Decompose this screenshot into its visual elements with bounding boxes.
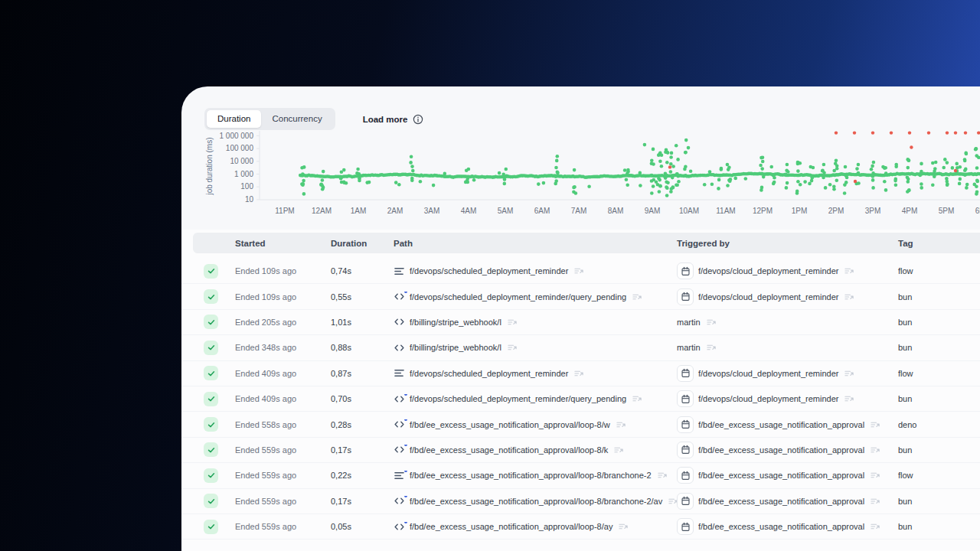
trigger-link[interactable]: f/bd/ee_excess_usage_notification_approv… — [698, 471, 864, 480]
filter-by-trigger-icon[interactable] — [844, 369, 854, 378]
trigger-link[interactable]: f/bd/ee_excess_usage_notification_approv… — [698, 497, 864, 506]
table-row[interactable]: Ended 348s ago0,88sf/billing/stripe_webh… — [181, 335, 980, 360]
filter-by-path-icon[interactable] — [574, 369, 584, 378]
filter-by-trigger-icon[interactable] — [871, 522, 880, 531]
info-circle-icon[interactable] — [413, 114, 423, 125]
triggered-by-cell[interactable]: f/bd/ee_excess_usage_notification_approv… — [677, 518, 898, 535]
trigger-link[interactable]: f/bd/ee_excess_usage_notification_approv… — [698, 445, 864, 455]
table-row[interactable]: Ended 559s ago0,17sf/bd/ee_excess_usage_… — [181, 438, 980, 463]
path-cell[interactable]: f/bd/ee_excess_usage_notification_approv… — [394, 471, 677, 481]
svg-text:2PM: 2PM — [828, 207, 844, 215]
tab-concurrency[interactable]: Concurrency — [261, 110, 332, 128]
filter-by-path-icon[interactable] — [632, 394, 642, 403]
path-link[interactable]: f/bd/ee_excess_usage_notification_approv… — [410, 471, 652, 480]
path-cell[interactable]: f/devops/scheduled_deployment_reminder/q… — [394, 394, 677, 404]
status-cell — [204, 366, 235, 380]
filter-by-path-icon[interactable] — [508, 318, 518, 327]
filter-by-trigger-icon[interactable] — [844, 292, 854, 302]
table-row[interactable]: Ended 558s ago0,28sf/bd/ee_excess_usage_… — [181, 412, 980, 437]
triggered-by-cell[interactable]: f/devops/cloud_deployment_reminder — [677, 365, 898, 382]
success-check-icon — [204, 417, 218, 432]
path-link[interactable]: f/bd/ee_excess_usage_notification_approv… — [410, 497, 662, 506]
triggered-by-cell[interactable]: martin — [677, 343, 898, 352]
svg-text:5AM: 5AM — [498, 207, 514, 215]
triggered-by-cell[interactable]: f/bd/ee_excess_usage_notification_approv… — [677, 416, 898, 433]
flow-icon — [394, 471, 405, 481]
tag-cell: flow — [898, 266, 980, 276]
table-row[interactable]: Ended 409s ago0,87sf/devops/scheduled_de… — [181, 361, 980, 386]
triggered-by-cell[interactable]: f/devops/cloud_deployment_reminder — [677, 390, 898, 407]
filter-by-trigger-icon[interactable] — [844, 394, 854, 403]
svg-text:7AM: 7AM — [571, 207, 587, 215]
started-cell: Ended 409s ago — [235, 394, 331, 403]
table-row[interactable]: Ended 409s ago0,70sf/devops/scheduled_de… — [181, 386, 980, 412]
filter-by-path-icon[interactable] — [668, 497, 677, 506]
svg-text:6AM: 6AM — [534, 207, 550, 215]
trigger-link[interactable]: f/bd/ee_excess_usage_notification_approv… — [698, 522, 864, 531]
triggered-by-cell[interactable]: f/devops/cloud_deployment_reminder — [677, 262, 898, 279]
filter-by-trigger-icon[interactable] — [707, 318, 717, 327]
table-row[interactable]: Ended 559s ago0,22sf/bd/ee_excess_usage_… — [181, 463, 980, 488]
filter-by-path-icon[interactable] — [574, 266, 584, 276]
triggered-by-cell[interactable]: f/bd/ee_excess_usage_notification_approv… — [677, 442, 898, 458]
path-cell[interactable]: f/bd/ee_excess_usage_notification_approv… — [394, 522, 677, 532]
filter-by-path-icon[interactable] — [614, 445, 624, 455]
table-header: StartedDurationPathTriggered byTag — [193, 233, 980, 253]
triggered-by-cell[interactable]: f/devops/cloud_deployment_reminder — [677, 289, 898, 305]
tag-cell: bun — [898, 497, 980, 506]
filter-by-trigger-icon[interactable] — [871, 420, 880, 429]
schedule-calendar-icon — [677, 262, 694, 279]
trigger-link[interactable]: f/devops/cloud_deployment_reminder — [698, 369, 838, 378]
filter-by-path-icon[interactable] — [632, 292, 642, 302]
tab-duration[interactable]: Duration — [207, 110, 261, 128]
trigger-link[interactable]: martin — [677, 318, 701, 327]
filter-by-trigger-icon[interactable] — [871, 497, 880, 506]
table-row[interactable]: Ended 109s ago0,74sf/devops/scheduled_de… — [181, 259, 980, 284]
trigger-link[interactable]: f/devops/cloud_deployment_reminder — [698, 394, 838, 403]
filter-by-trigger-icon[interactable] — [871, 445, 880, 455]
table-row[interactable]: Ended 109s ago0,55sf/devops/scheduled_de… — [181, 284, 980, 309]
filter-by-trigger-icon[interactable] — [844, 266, 854, 276]
triggered-by-cell[interactable]: f/bd/ee_excess_usage_notification_approv… — [677, 493, 898, 510]
filter-by-path-icon[interactable] — [508, 343, 518, 352]
status-cell — [204, 494, 235, 508]
trigger-link[interactable]: martin — [677, 343, 701, 352]
load-more-button[interactable]: Load more — [363, 114, 424, 125]
path-cell[interactable]: f/billing/stripe_webhook/l — [394, 317, 677, 327]
path-cell[interactable]: f/bd/ee_excess_usage_notification_approv… — [394, 419, 677, 429]
path-cell[interactable]: f/bd/ee_excess_usage_notification_approv… — [394, 445, 677, 455]
tag-cell: flow — [898, 471, 980, 480]
trigger-link[interactable]: f/devops/cloud_deployment_reminder — [698, 292, 838, 302]
filter-by-path-icon[interactable] — [619, 522, 629, 531]
path-cell[interactable]: f/bd/ee_excess_usage_notification_approv… — [394, 496, 677, 506]
svg-text:1 000: 1 000 — [234, 170, 253, 178]
column-header-tag: Tag — [898, 239, 980, 248]
path-link[interactable]: f/devops/scheduled_deployment_reminder/q… — [410, 394, 626, 403]
path-cell[interactable]: f/billing/stripe_webhook/l — [394, 343, 677, 353]
table-row[interactable]: Ended 205s ago1,01sf/billing/stripe_webh… — [181, 310, 980, 335]
path-link[interactable]: f/devops/scheduled_deployment_reminder — [410, 369, 568, 378]
path-cell[interactable]: f/devops/scheduled_deployment_reminder — [394, 266, 677, 276]
svg-text:12AM: 12AM — [312, 207, 332, 215]
path-link[interactable]: f/bd/ee_excess_usage_notification_approv… — [410, 445, 608, 455]
path-link[interactable]: f/bd/ee_excess_usage_notification_approv… — [410, 420, 610, 429]
trigger-link[interactable]: f/bd/ee_excess_usage_notification_approv… — [698, 420, 864, 429]
path-link[interactable]: f/billing/stripe_webhook/l — [410, 343, 501, 352]
path-cell[interactable]: f/devops/scheduled_deployment_reminder/q… — [394, 292, 677, 302]
path-link[interactable]: f/devops/scheduled_deployment_reminder/q… — [410, 292, 626, 302]
filter-by-path-icon[interactable] — [658, 471, 668, 480]
success-check-icon — [204, 315, 218, 329]
triggered-by-cell[interactable]: f/bd/ee_excess_usage_notification_approv… — [677, 467, 898, 484]
table-row[interactable]: Ended 559s ago0,17sf/bd/ee_excess_usage_… — [181, 489, 980, 514]
filter-by-trigger-icon[interactable] — [707, 343, 717, 352]
filter-by-trigger-icon[interactable] — [871, 471, 880, 480]
trigger-link[interactable]: f/devops/cloud_deployment_reminder — [698, 266, 838, 276]
column-header-triggered-by: Triggered by — [677, 239, 898, 248]
triggered-by-cell[interactable]: martin — [677, 318, 898, 327]
path-link[interactable]: f/bd/ee_excess_usage_notification_approv… — [410, 522, 612, 531]
path-link[interactable]: f/devops/scheduled_deployment_reminder — [410, 266, 568, 276]
filter-by-path-icon[interactable] — [616, 420, 626, 429]
path-link[interactable]: f/billing/stripe_webhook/l — [410, 318, 501, 327]
path-cell[interactable]: f/devops/scheduled_deployment_reminder — [394, 368, 677, 378]
table-row[interactable]: Ended 559s ago0,05sf/bd/ee_excess_usage_… — [181, 514, 980, 540]
